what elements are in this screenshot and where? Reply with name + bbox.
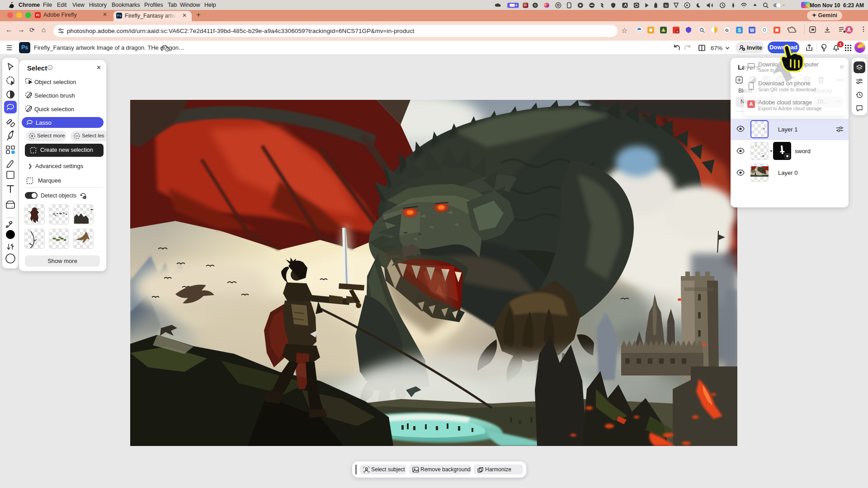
svg-text:W: W [750, 28, 755, 33]
svg-text:G: G [534, 3, 537, 7]
svg-text:G: G [725, 28, 728, 33]
svg-text:N: N [665, 3, 667, 7]
svg-text:S: S [738, 28, 741, 33]
